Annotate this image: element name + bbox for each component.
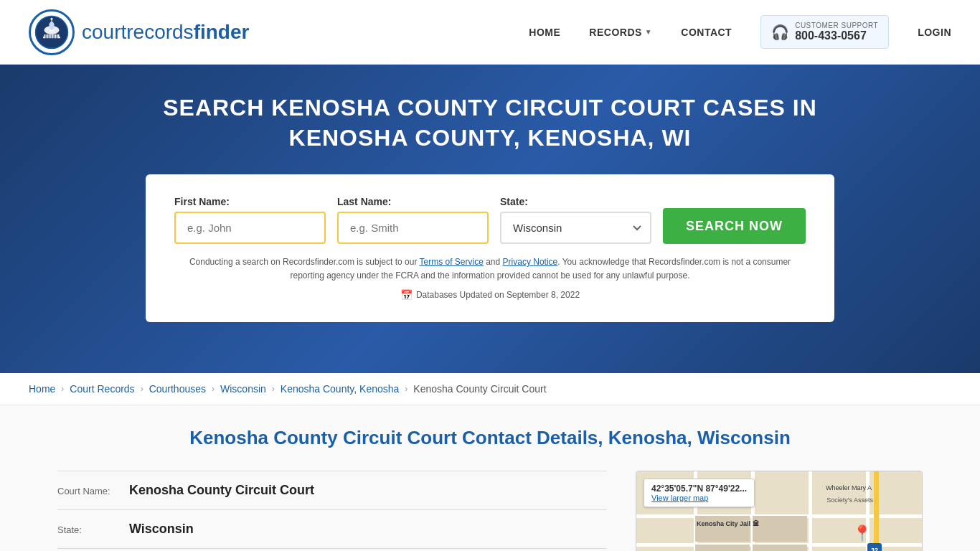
header: courtrecordsfinder HOME RECORDS ▼ CONTAC… [0, 0, 980, 65]
map-pin: 📍 [852, 524, 872, 543]
breadcrumb-sep-4: › [272, 384, 275, 394]
svg-rect-7 [51, 34, 52, 39]
page-title: SEARCH KENOSHA COUNTY CIRCUIT COURT CASE… [131, 93, 849, 153]
breadcrumb-courthouses[interactable]: Courthouses [149, 383, 206, 395]
map-label-wheeler: Wheeler Mary A [826, 484, 872, 491]
court-name-row: Court Name: Kenosha County Circuit Court [57, 471, 607, 509]
hero-content: SEARCH KENOSHA COUNTY CIRCUIT COURT CASE… [14, 93, 966, 322]
support-info: CUSTOMER SUPPORT 800-433-0567 [795, 22, 878, 42]
disclaimer-text: Conducting a search on Recordsfinder.com… [174, 255, 806, 283]
svg-rect-9 [56, 34, 57, 39]
terms-link[interactable]: Terms of Service [420, 257, 484, 267]
breadcrumb-court-records[interactable]: Court Records [70, 383, 134, 395]
state-row: State: Wisconsin [57, 509, 607, 549]
state-info-label: State: [57, 524, 122, 535]
logo-icon [29, 9, 75, 55]
right-column: 📍 42°35'05.7"N 87°49'22... View larger m… [636, 471, 923, 551]
svg-point-10 [49, 22, 55, 30]
map-container[interactable]: 📍 42°35'05.7"N 87°49'22... View larger m… [636, 471, 923, 551]
nav-login[interactable]: LOGIN [918, 27, 951, 38]
last-name-label: Last Name: [337, 196, 489, 207]
first-name-label: First Name: [174, 196, 326, 207]
map-label-assets: Society's Assets [826, 496, 873, 504]
state-info-value: Wisconsin [129, 522, 194, 537]
search-box: First Name: Last Name: State: Wisconsin … [146, 174, 834, 321]
headset-icon: 🎧 [771, 24, 789, 41]
first-name-input[interactable] [174, 212, 326, 244]
breadcrumb-kenosha-county[interactable]: Kenosha County, Kenosha [281, 383, 400, 395]
last-name-field-group: Last Name: [337, 196, 489, 244]
svg-point-12 [51, 17, 53, 19]
search-button[interactable]: SEARCH NOW [663, 208, 806, 244]
content-columns: Court Name: Kenosha County Circuit Court… [57, 471, 923, 551]
nav-home[interactable]: HOME [529, 27, 560, 38]
main-nav: HOME RECORDS ▼ CONTACT 🎧 CUSTOMER SUPPOR… [529, 15, 951, 49]
state-field-group: State: Wisconsin [500, 196, 651, 244]
logo-text: courtrecordsfinder [82, 21, 249, 44]
breadcrumb-wisconsin[interactable]: Wisconsin [220, 383, 266, 395]
svg-rect-6 [48, 34, 50, 39]
hero-section: SEARCH KENOSHA COUNTY CIRCUIT COURT CASE… [0, 65, 980, 373]
support-box[interactable]: 🎧 CUSTOMER SUPPORT 800-433-0567 [760, 15, 889, 49]
breadcrumb-sep-5: › [405, 384, 407, 394]
state-select[interactable]: Wisconsin [500, 212, 651, 244]
map-tooltip: 42°35'05.7"N 87°49'22... View larger map [644, 479, 755, 507]
main-content: Kenosha County Circuit Court Contact Det… [0, 405, 980, 551]
calendar-icon: 📅 [400, 289, 413, 301]
map-coords: 42°35'05.7"N 87°49'22... [651, 484, 747, 494]
chevron-down-icon: ▼ [645, 28, 652, 36]
map-label-jail: Kenosha City Jail 🏛 [697, 520, 759, 527]
breadcrumb-current: Kenosha County Circuit Court [413, 383, 546, 395]
state-label: State: [500, 196, 651, 207]
support-number: 800-433-0567 [795, 29, 878, 42]
route-badge: 32 [867, 543, 882, 551]
search-fields: First Name: Last Name: State: Wisconsin … [174, 196, 806, 244]
breadcrumb: Home › Court Records › Courthouses › Wis… [29, 383, 951, 395]
section-title: Kenosha County Circuit Court Contact Det… [57, 427, 923, 449]
privacy-link[interactable]: Privacy Notice [503, 257, 558, 267]
breadcrumb-sep-3: › [212, 384, 215, 394]
logo-area: courtrecordsfinder [29, 9, 249, 55]
svg-rect-8 [53, 34, 55, 39]
court-name-value: Kenosha County Circuit Court [129, 483, 314, 498]
view-larger-map[interactable]: View larger map [651, 494, 747, 502]
support-label: CUSTOMER SUPPORT [795, 22, 878, 29]
breadcrumb-bar: Home › Court Records › Courthouses › Wis… [0, 373, 980, 405]
court-name-label: Court Name: [57, 486, 122, 496]
last-name-input[interactable] [337, 212, 489, 244]
db-updated: 📅 Databases Updated on September 8, 2022 [174, 289, 806, 301]
nav-records[interactable]: RECORDS ▼ [589, 27, 652, 38]
left-column: Court Name: Kenosha County Circuit Court… [57, 471, 607, 551]
breadcrumb-sep-1: › [61, 384, 64, 394]
breadcrumb-sep-2: › [141, 384, 143, 394]
first-name-field-group: First Name: [174, 196, 326, 244]
svg-rect-5 [45, 34, 47, 39]
breadcrumb-home[interactable]: Home [29, 383, 55, 395]
nav-contact[interactable]: CONTACT [681, 27, 732, 38]
